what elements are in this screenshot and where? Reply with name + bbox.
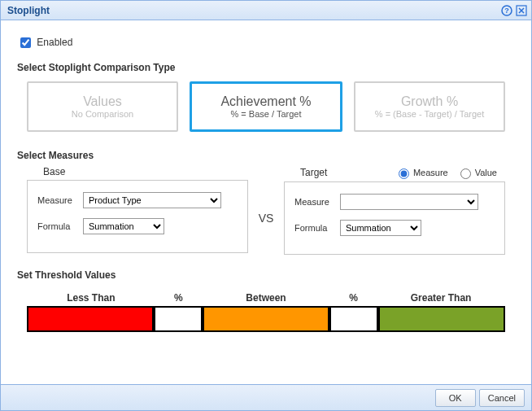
th-header-greaterthan: Greater Than xyxy=(377,292,505,306)
comparison-heading: Select Stoplight Comparison Type xyxy=(17,62,515,73)
vs-label: VS xyxy=(255,166,277,255)
base-formula-select[interactable]: Summation xyxy=(83,218,164,234)
card-title: Achievement % xyxy=(220,94,311,109)
dialog-content: Enabled Select Stoplight Comparison Type… xyxy=(1,20,531,339)
threshold-headers: Less Than % Between % Greater Than xyxy=(27,292,505,306)
target-title: Target xyxy=(300,167,327,178)
dialog-title: Stoplight xyxy=(7,5,500,16)
th-color-greaterthan[interactable] xyxy=(378,306,505,332)
base-header: Base xyxy=(27,166,248,180)
th-header-pct2: % xyxy=(330,292,377,306)
target-measure-select[interactable] xyxy=(340,194,478,210)
card-subtitle: No Comparison xyxy=(72,109,133,119)
threshold-colors xyxy=(27,306,505,332)
dialog-footer: OK Cancel xyxy=(1,384,531,410)
card-title: Values xyxy=(83,94,122,109)
comparison-type-cards: Values No Comparison Achievement % % = B… xyxy=(17,78,515,138)
th-input-pct2[interactable] xyxy=(329,306,377,332)
target-formula-select[interactable]: Summation xyxy=(340,220,421,236)
th-header-between: Between xyxy=(202,292,330,306)
base-column: Base Measure Product Type Formula Summat… xyxy=(27,166,248,255)
base-measure-select[interactable]: Product Type xyxy=(83,192,221,208)
measures-row: Base Measure Product Type Formula Summat… xyxy=(27,166,505,255)
target-measure-label: Measure xyxy=(294,197,340,207)
target-header: Target Measure Value xyxy=(284,166,505,181)
th-color-lessthan[interactable] xyxy=(27,306,154,332)
thresholds-wrap: Less Than % Between % Greater Than xyxy=(27,292,505,332)
enabled-row: Enabled xyxy=(17,35,515,50)
base-box: Measure Product Type Formula Summation xyxy=(27,180,248,253)
base-formula-label: Formula xyxy=(37,221,83,231)
th-header-lessthan: Less Than xyxy=(27,292,155,306)
cancel-button[interactable]: Cancel xyxy=(479,389,525,407)
help-icon[interactable]: ? xyxy=(500,4,513,17)
th-header-pct1: % xyxy=(155,292,202,306)
target-formula-label: Formula xyxy=(294,223,340,233)
base-measure-label: Measure xyxy=(37,195,83,205)
target-column: Target Measure Value Measure Fo xyxy=(284,166,505,255)
th-color-between[interactable] xyxy=(203,306,329,332)
svg-text:?: ? xyxy=(504,7,509,15)
measures-heading: Select Measures xyxy=(17,150,515,161)
th-input-pct1[interactable] xyxy=(154,306,202,332)
stoplight-dialog: Stoplight ? Enabled Select Stoplight Com… xyxy=(0,0,532,411)
card-subtitle: % = (Base - Target) / Target xyxy=(375,109,484,119)
target-box: Measure Formula Summation xyxy=(284,181,505,255)
target-mode-measure-radio[interactable] xyxy=(399,168,409,179)
ok-button[interactable]: OK xyxy=(435,389,476,407)
target-mode-measure-label: Measure xyxy=(413,168,448,177)
titlebar: Stoplight ? xyxy=(1,1,531,20)
card-achievement-percent[interactable]: Achievement % % = Base / Target xyxy=(190,81,342,132)
enabled-checkbox[interactable] xyxy=(20,37,31,48)
target-mode-value-radio[interactable] xyxy=(460,168,471,179)
base-title: Base xyxy=(43,166,65,177)
close-icon[interactable] xyxy=(515,4,528,17)
thresholds-heading: Set Threshold Values xyxy=(17,269,515,281)
enabled-label: Enabled xyxy=(37,37,72,48)
card-values[interactable]: Values No Comparison xyxy=(27,81,178,132)
card-title: Growth % xyxy=(401,94,458,109)
card-growth-percent[interactable]: Growth % % = (Base - Target) / Target xyxy=(354,81,505,132)
card-subtitle: % = Base / Target xyxy=(231,109,302,119)
target-mode-value-label: Value xyxy=(475,168,497,177)
